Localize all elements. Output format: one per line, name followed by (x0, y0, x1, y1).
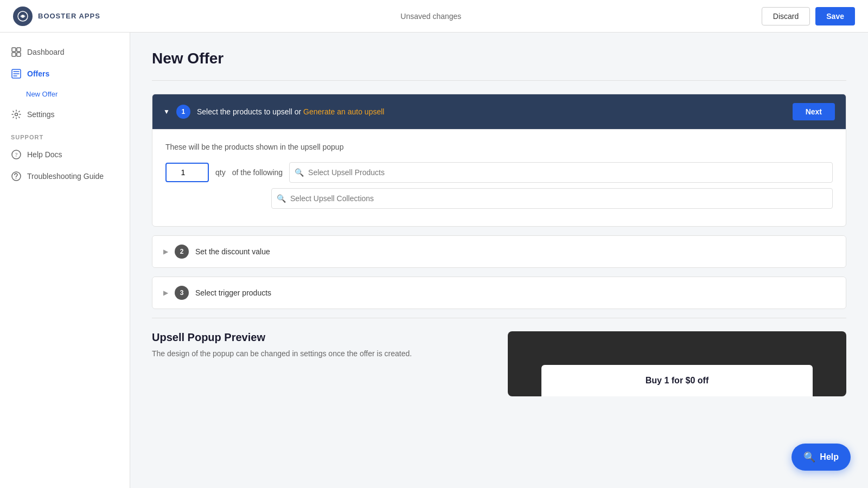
sidebar-item-new-offer-label: New Offer (26, 90, 58, 98)
sidebar-item-troubleshooting[interactable]: Troubleshooting Guide (0, 165, 130, 187)
svg-rect-3 (17, 48, 21, 52)
products-search-input[interactable] (289, 162, 833, 183)
discard-button[interactable]: Discard (762, 7, 810, 25)
preview-section: Upsell Popup Preview The design of the p… (152, 331, 846, 396)
sidebar-item-troubleshooting-label: Troubleshooting Guide (27, 172, 104, 181)
logo-area: BOOSTER APPS (13, 7, 100, 26)
step-2-title: Set the discount value (195, 247, 270, 256)
step-3-badge: 3 (175, 286, 189, 300)
collections-search-wrap: 🔍 (271, 188, 833, 209)
logo-icon (13, 7, 33, 26)
save-button[interactable]: Save (815, 7, 855, 25)
preview-popup-text: Buy 1 for $0 off (646, 376, 709, 385)
step-3-title: Select trigger products (195, 288, 271, 297)
auto-upsell-link[interactable]: Generate an auto upsell (303, 107, 384, 116)
sidebar: Dashboard Offers New Offer Settings (0, 33, 130, 488)
page-title: New Offer (152, 50, 846, 67)
support-section-label: SUPPORT (0, 125, 130, 144)
sidebar-item-offers[interactable]: Offers (0, 63, 130, 85)
step-2-header-left: ▶ 2 Set the discount value (163, 245, 270, 259)
step-2-card: ▶ 2 Set the discount value (152, 235, 846, 268)
step-1-header[interactable]: ▼ 1 Select the products to upsell or Gen… (152, 94, 846, 129)
settings-icon (11, 109, 22, 120)
app-body: Dashboard Offers New Offer Settings (0, 33, 868, 488)
preview-title: Upsell Popup Preview (152, 331, 490, 344)
help-label: Help (820, 452, 839, 462)
sidebar-item-settings-label: Settings (27, 110, 55, 119)
preview-popup-inner: Buy 1 for $0 off (541, 365, 812, 396)
step-3-header-left: ▶ 3 Select trigger products (163, 286, 271, 300)
sidebar-item-new-offer[interactable]: New Offer (0, 85, 130, 104)
products-search-wrap: 🔍 (289, 162, 833, 183)
sidebar-item-offers-label: Offers (27, 69, 49, 78)
svg-point-7 (15, 113, 18, 116)
step-1-header-left: ▼ 1 Select the products to upsell or Gen… (163, 105, 384, 119)
qty-input[interactable] (165, 163, 209, 182)
help-search-icon: 🔍 (803, 451, 815, 463)
logo-text: BOOSTER APPS (38, 12, 100, 20)
main-content: New Offer ▼ 1 Select the products to ups… (130, 33, 868, 488)
step-1-next-button[interactable]: Next (793, 103, 835, 120)
step-1-desc: These will be the products shown in the … (165, 143, 833, 151)
topbar: BOOSTER APPS Unsaved changes Discard Sav… (0, 0, 868, 33)
svg-point-1 (22, 15, 24, 17)
topbar-actions: Discard Save (762, 7, 855, 25)
step-1-chevron-icon: ▼ (163, 108, 170, 115)
svg-point-11 (16, 178, 17, 179)
page-divider (152, 80, 846, 81)
offers-icon (11, 68, 22, 79)
svg-rect-2 (12, 48, 16, 52)
preview-desc: The design of the popup can be changed i… (152, 349, 490, 358)
unsaved-label: Unsaved changes (400, 12, 461, 21)
sidebar-item-dashboard-label: Dashboard (27, 48, 65, 56)
dashboard-icon (11, 47, 22, 57)
qty-row: qty of the following 🔍 (165, 162, 833, 183)
sidebar-item-settings[interactable]: Settings (0, 104, 130, 125)
step-1-badge: 1 (176, 105, 190, 119)
sidebar-item-help-docs-label: Help Docs (27, 150, 62, 159)
preview-text-area: Upsell Popup Preview The design of the p… (152, 331, 490, 358)
help-button[interactable]: 🔍 Help (792, 444, 851, 471)
step-3-chevron-icon: ▶ (163, 289, 168, 297)
svg-rect-4 (12, 53, 16, 56)
step-2-chevron-icon: ▶ (163, 248, 168, 255)
step-3-card: ▶ 3 Select trigger products (152, 277, 846, 309)
step-1-title: Select the products to upsell or Generat… (197, 107, 385, 116)
collections-row: 🔍 (165, 188, 833, 209)
collections-search-input[interactable] (271, 188, 833, 209)
step-3-header[interactable]: ▶ 3 Select trigger products (152, 277, 846, 309)
step-2-header[interactable]: ▶ 2 Set the discount value (152, 236, 846, 267)
sidebar-item-help-docs[interactable]: ? Help Docs (0, 144, 130, 165)
svg-rect-5 (17, 53, 21, 56)
of-label: of the following (232, 168, 283, 177)
help-docs-icon: ? (11, 149, 22, 160)
preview-popup: Buy 1 for $0 off (508, 331, 846, 396)
qty-label: qty (215, 168, 226, 177)
svg-text:?: ? (15, 152, 18, 158)
sidebar-item-dashboard[interactable]: Dashboard (0, 41, 130, 63)
step-2-badge: 2 (175, 245, 189, 259)
preview-divider (152, 318, 846, 318)
step-1-card: ▼ 1 Select the products to upsell or Gen… (152, 94, 846, 227)
troubleshooting-icon (11, 171, 22, 182)
step-1-body: These will be the products shown in the … (152, 129, 846, 226)
